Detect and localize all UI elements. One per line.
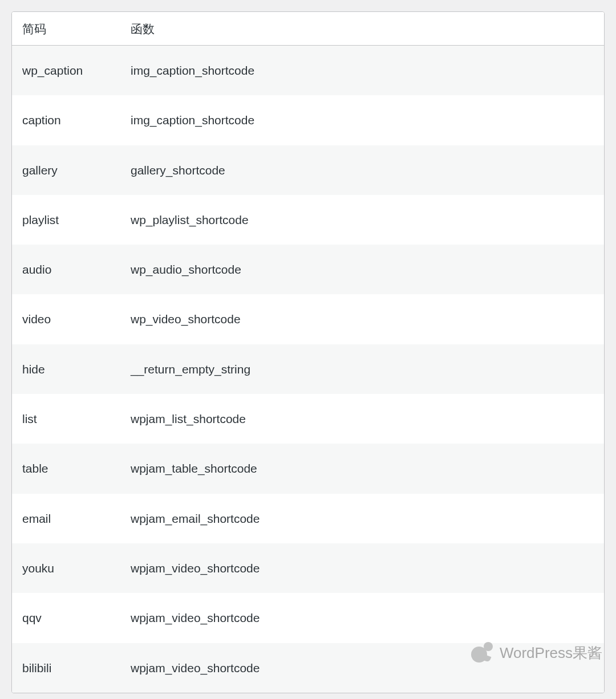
table-row[interactable]: youku wpjam_video_shortcode bbox=[12, 543, 604, 593]
cell-shortcode: youku bbox=[12, 543, 120, 593]
cell-function: wp_video_shortcode bbox=[120, 294, 604, 344]
table-row[interactable]: email wpjam_email_shortcode bbox=[12, 494, 604, 543]
cell-shortcode: audio bbox=[12, 245, 120, 294]
table-row[interactable]: list wpjam_list_shortcode bbox=[12, 394, 604, 444]
table-row[interactable]: bilibili wpjam_video_shortcode bbox=[12, 643, 604, 693]
cell-function: wpjam_list_shortcode bbox=[120, 394, 604, 444]
cell-shortcode: email bbox=[12, 494, 120, 543]
cell-function: wp_playlist_shortcode bbox=[120, 195, 604, 245]
shortcode-table-container: 简码 函数 wp_caption img_caption_shortcode c… bbox=[11, 11, 605, 693]
table-row[interactable]: qqv wpjam_video_shortcode bbox=[12, 593, 604, 643]
cell-shortcode: video bbox=[12, 294, 120, 344]
table-row[interactable]: video wp_video_shortcode bbox=[12, 294, 604, 344]
cell-shortcode: caption bbox=[12, 95, 120, 145]
table-row[interactable]: wp_caption img_caption_shortcode bbox=[12, 46, 604, 96]
cell-shortcode: gallery bbox=[12, 145, 120, 195]
cell-function: wpjam_video_shortcode bbox=[120, 593, 604, 643]
table-row[interactable]: hide __return_empty_string bbox=[12, 344, 604, 394]
table-row[interactable]: caption img_caption_shortcode bbox=[12, 95, 604, 145]
shortcode-table: 简码 函数 wp_caption img_caption_shortcode c… bbox=[12, 12, 604, 693]
cell-shortcode: wp_caption bbox=[12, 46, 120, 96]
cell-function: wp_audio_shortcode bbox=[120, 245, 604, 294]
cell-function: wpjam_table_shortcode bbox=[120, 444, 604, 493]
cell-function: wpjam_video_shortcode bbox=[120, 643, 604, 693]
header-shortcode[interactable]: 简码 bbox=[12, 12, 120, 46]
table-body: wp_caption img_caption_shortcode caption… bbox=[12, 46, 604, 693]
cell-function: __return_empty_string bbox=[120, 344, 604, 394]
cell-shortcode: table bbox=[12, 444, 120, 493]
table-row[interactable]: playlist wp_playlist_shortcode bbox=[12, 195, 604, 245]
cell-function: wpjam_video_shortcode bbox=[120, 543, 604, 593]
cell-shortcode: bilibili bbox=[12, 643, 120, 693]
table-row[interactable]: table wpjam_table_shortcode bbox=[12, 444, 604, 493]
cell-function: gallery_shortcode bbox=[120, 145, 604, 195]
cell-shortcode: hide bbox=[12, 344, 120, 394]
cell-function: wpjam_email_shortcode bbox=[120, 494, 604, 543]
cell-shortcode: qqv bbox=[12, 593, 120, 643]
header-function[interactable]: 函数 bbox=[120, 12, 604, 46]
cell-shortcode: list bbox=[12, 394, 120, 444]
cell-function: img_caption_shortcode bbox=[120, 46, 604, 96]
table-header-row: 简码 函数 bbox=[12, 12, 604, 46]
table-row[interactable]: audio wp_audio_shortcode bbox=[12, 245, 604, 294]
cell-shortcode: playlist bbox=[12, 195, 120, 245]
cell-function: img_caption_shortcode bbox=[120, 95, 604, 145]
table-row[interactable]: gallery gallery_shortcode bbox=[12, 145, 604, 195]
